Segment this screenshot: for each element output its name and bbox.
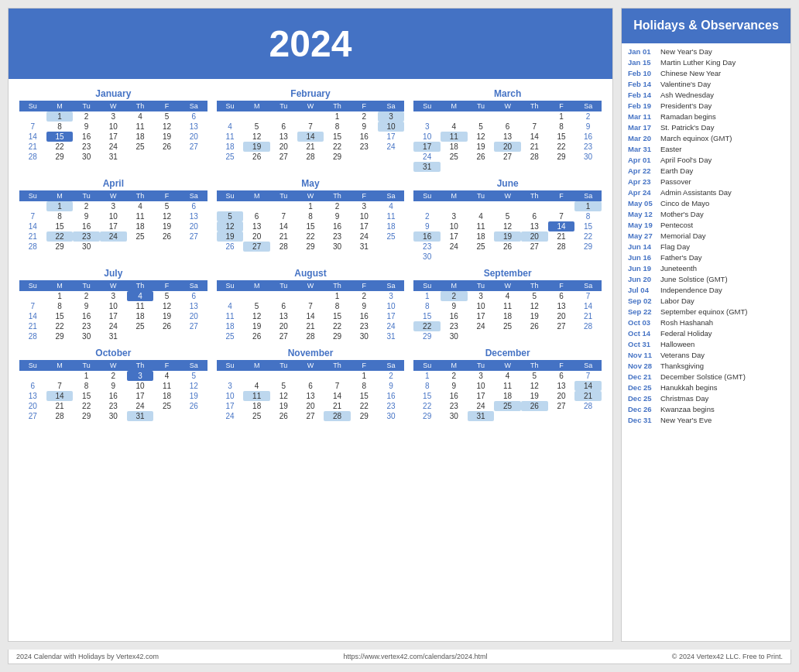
holiday-item: Sep 22September equinox (GMT): [628, 307, 784, 317]
footer-left: 2024 Calendar with Holidays by Vertex42.…: [16, 653, 159, 660]
calendar-day: 22: [574, 231, 602, 242]
calendar-day: [243, 371, 270, 381]
calendar-day: 28: [19, 242, 46, 252]
calendar-day: 23: [73, 321, 100, 331]
calendar-day: 22: [324, 321, 351, 331]
holiday-name: President's Day: [660, 101, 712, 110]
holiday-date: May 05: [628, 199, 657, 207]
calendar-day: 18: [378, 221, 405, 231]
calendar-day: 6: [19, 381, 46, 391]
holiday-name: Christmas Day: [660, 394, 708, 403]
calendar-day: 11: [127, 122, 154, 132]
calendar-day: 11: [494, 381, 521, 391]
weekday-header: W: [100, 280, 127, 291]
calendar-day: 13: [297, 391, 324, 401]
calendar-day: 20: [180, 221, 207, 231]
calendar-day: 20: [19, 401, 46, 411]
month-title: July: [19, 268, 207, 279]
calendar-day: 8: [324, 301, 351, 311]
weekday-header: M: [46, 280, 74, 291]
weekday-header: Tu: [270, 360, 297, 371]
calendar-day: 17: [378, 132, 405, 142]
calendar-day: 5: [243, 301, 270, 311]
holiday-item: May 05Cinco de Mayo: [628, 198, 784, 209]
calendar-day: 12: [270, 391, 297, 401]
calendar-day: 9: [351, 122, 378, 132]
calendar-day: 4: [441, 122, 468, 132]
holiday-item: Mar 17St. Patrick's Day: [628, 122, 784, 133]
holiday-date: Jun 19: [628, 264, 657, 273]
calendar-day: 19: [153, 311, 180, 321]
calendar-day: [494, 111, 521, 122]
calendar-day: 22: [413, 321, 441, 331]
calendar-day: 10: [100, 211, 127, 221]
holiday-name: March equinox (GMT): [660, 134, 732, 142]
calendar-day: 5: [217, 211, 244, 221]
weekday-header: Th: [521, 280, 548, 291]
calendar-day: [548, 201, 575, 211]
calendar-day: [494, 252, 521, 262]
holiday-date: Jul 04: [628, 286, 657, 294]
holiday-item: Oct 03Rosh Hashanah: [628, 317, 784, 328]
weekday-header: Th: [324, 101, 351, 111]
calendar-day: 1: [574, 201, 602, 211]
calendar-day: 12: [217, 221, 244, 231]
calendar-day: 11: [378, 211, 405, 221]
calendar-day: [468, 111, 495, 122]
holiday-item: Jun 19Juneteenth: [628, 263, 784, 274]
calendar-day: 27: [548, 321, 575, 331]
calendar-day: [378, 242, 405, 252]
calendar-day: 27: [548, 401, 575, 411]
calendar-day: 2: [73, 111, 100, 122]
calendar-day: 23: [441, 321, 468, 331]
calendar-day: 11: [243, 391, 270, 401]
calendar-day: 15: [413, 391, 441, 401]
calendar-day: 23: [73, 142, 100, 152]
calendar-day: 23: [378, 401, 405, 411]
calendar-day: 8: [413, 381, 441, 391]
calendar-day: 9: [73, 122, 100, 132]
calendar-day: [180, 242, 207, 252]
calendar-day: 16: [574, 132, 602, 142]
calendar-day: 25: [243, 411, 270, 421]
calendar-day: 20: [297, 401, 324, 411]
calendar-day: 4: [243, 381, 270, 391]
calendar-day: 18: [217, 321, 244, 331]
calendar-day: 21: [19, 142, 46, 152]
calendar-day: 28: [297, 331, 324, 341]
holiday-item: Jan 15Martin Luther King Day: [628, 57, 784, 68]
calendar-day: [378, 152, 405, 162]
holiday-item: Apr 22Earth Day: [628, 166, 784, 177]
calendar-day: 14: [574, 301, 602, 311]
calendar-day: 15: [297, 221, 324, 231]
months-grid: JanuarySuMTuWThFSa1234567891011121314151…: [9, 79, 612, 430]
calendar-day: 25: [494, 321, 521, 331]
calendar-day: 5: [153, 111, 180, 122]
calendar-day: 31: [127, 411, 154, 421]
calendar-day: [127, 242, 154, 252]
holiday-item: May 27Memorial Day: [628, 231, 784, 242]
calendar-day: 15: [46, 221, 74, 231]
holiday-name: Independence Day: [660, 286, 722, 294]
calendar-day: 29: [324, 152, 351, 162]
weekday-header: Su: [19, 101, 46, 111]
weekday-header: Sa: [378, 101, 405, 111]
calendar-day: 17: [100, 132, 127, 142]
calendar-day: 6: [180, 201, 207, 211]
calendar-day: 19: [521, 391, 548, 401]
calendar-day: [494, 411, 521, 421]
calendar-day: 12: [468, 132, 495, 142]
calendar-day: 19: [243, 142, 270, 152]
calendar-day: 26: [180, 401, 207, 411]
calendar-day: 12: [243, 311, 270, 321]
calendar-day: 12: [153, 122, 180, 132]
weekday-header: Su: [217, 360, 244, 371]
calendar-day: 11: [217, 132, 244, 142]
calendar-day: 21: [297, 142, 324, 152]
calendar-day: 16: [441, 391, 468, 401]
holiday-date: Apr 23: [628, 177, 657, 186]
calendar-day: [217, 201, 244, 211]
calendar-day: 8: [46, 122, 74, 132]
calendar-day: 26: [270, 411, 297, 421]
calendar-day: 4: [217, 122, 244, 132]
